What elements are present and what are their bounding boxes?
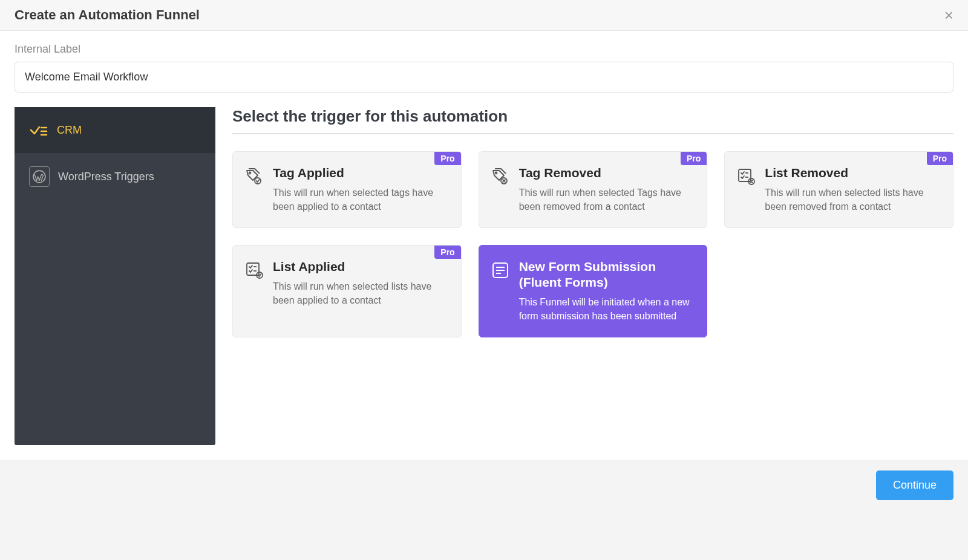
internal-label-section: Internal Label (0, 31, 968, 102)
triggers-grid: Pro Tag Applied This will run when selec… (232, 151, 953, 337)
trigger-card-tag-removed[interactable]: Pro Tag Removed This will run when selec… (479, 151, 708, 228)
trigger-title: List Applied (273, 259, 448, 275)
sidebar-item-label: CRM (57, 124, 82, 137)
trigger-body: List Removed This will run when selected… (765, 165, 940, 214)
sidebar-item-wordpress-triggers[interactable]: WordPress Triggers (15, 153, 215, 200)
sidebar-item-crm[interactable]: CRM (15, 107, 215, 153)
trigger-description: This will run when selected lists have b… (765, 186, 940, 213)
trigger-body: Tag Removed This will run when selected … (519, 165, 694, 214)
pro-badge: Pro (434, 246, 460, 259)
trigger-description: This will run when selected tags have be… (273, 186, 448, 213)
automation-funnel-modal: Create an Automation Funnel × Internal L… (0, 0, 968, 460)
crm-icon (29, 120, 48, 140)
internal-label-label: Internal Label (15, 43, 953, 56)
trigger-card-list-removed[interactable]: Pro List Removed (724, 151, 953, 228)
pro-badge: Pro (681, 152, 707, 165)
modal-title: Create an Automation Funnel (15, 7, 200, 23)
main-content: CRM WordPress Triggers Select the trigge… (0, 102, 968, 460)
svg-point-4 (249, 172, 251, 174)
trigger-title: Tag Removed (519, 165, 694, 181)
list-applied-icon (244, 260, 264, 281)
modal-footer: Continue (0, 460, 968, 511)
trigger-description: This will run when selected lists have b… (273, 279, 448, 307)
modal-header: Create an Automation Funnel × (0, 0, 968, 31)
content-heading: Select the trigger for this automation (232, 107, 953, 134)
trigger-title: List Removed (765, 165, 940, 181)
internal-label-input[interactable] (15, 62, 953, 93)
trigger-body: List Applied This will run when selected… (273, 259, 448, 308)
trigger-card-new-form-submission[interactable]: New Form Submission (Fluent Forms) This … (479, 245, 708, 337)
trigger-body: New Form Submission (Fluent Forms) This … (519, 259, 694, 324)
pro-badge: Pro (434, 152, 460, 165)
trigger-card-list-applied[interactable]: Pro List Applied (232, 245, 462, 337)
trigger-body: Tag Applied This will run when selected … (273, 165, 448, 214)
trigger-description: This Funnel will be initiated when a new… (519, 295, 694, 323)
trigger-title: New Form Submission (Fluent Forms) (519, 259, 694, 291)
sidebar-item-label: WordPress Triggers (58, 171, 154, 183)
tag-removed-icon (490, 166, 511, 187)
svg-point-6 (495, 172, 497, 174)
continue-button[interactable]: Continue (876, 470, 953, 500)
form-icon (490, 260, 511, 281)
close-icon: × (944, 6, 953, 24)
wordpress-icon (29, 166, 50, 187)
trigger-card-tag-applied[interactable]: Pro Tag Applied This will run when selec… (232, 151, 462, 228)
trigger-title: Tag Applied (273, 165, 448, 181)
close-button[interactable]: × (944, 7, 953, 23)
pro-badge: Pro (927, 152, 953, 165)
trigger-category-sidebar: CRM WordPress Triggers (15, 107, 215, 445)
tag-applied-icon (244, 166, 264, 187)
trigger-description: This will run when selected Tags have be… (519, 186, 694, 213)
list-removed-icon (736, 166, 756, 187)
trigger-selection-area: Select the trigger for this automation P… (232, 107, 953, 445)
